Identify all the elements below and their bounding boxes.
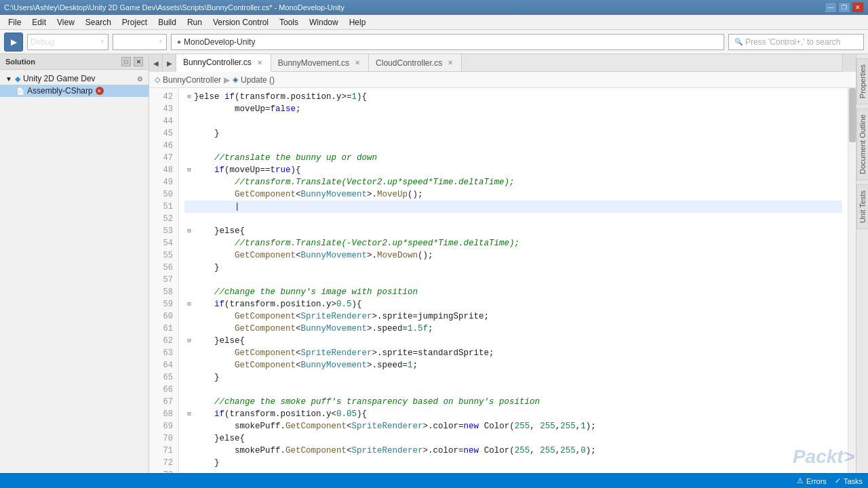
location-text: MonoDevelop-Unity — [184, 37, 255, 47]
table-row: GetComponent<BunnyMovement>.speed=1; — [184, 359, 842, 371]
table-row: moveUp=false; — [184, 103, 842, 115]
table-row: ⊟ if(transform.position.y>0.5){ — [184, 298, 842, 310]
table-row — [184, 384, 842, 396]
status-right: ⚠ Errors ✓ Tasks — [797, 476, 863, 485]
error-badge: ✕ — [96, 87, 104, 95]
tab-close-cloudcontroller[interactable]: ✕ — [446, 59, 454, 67]
assembly-item[interactable]: 📄 Assembly-CSharp ✕ — [0, 85, 149, 97]
debug-dropdown[interactable]: Debug ▼ — [27, 34, 108, 50]
fold-gutter[interactable]: ⊟ — [184, 164, 194, 176]
fold-gutter[interactable]: ⊟ — [184, 298, 194, 310]
status-bar: ⚠ Errors ✓ Tasks — [0, 473, 868, 488]
code-content[interactable]: ⊟}else if(transform.position.y>=1){ move… — [179, 88, 848, 473]
table-row: smokePuff.GetComponent<SpriteRenderer>.c… — [184, 420, 842, 432]
menu-item-run[interactable]: Run — [182, 16, 208, 28]
config-dropdown[interactable]: ▼ — [113, 34, 167, 50]
search-icon: 🔍 — [734, 38, 743, 45]
bc-class[interactable]: ◇ BunnyController — [155, 75, 221, 85]
toolbar-middle: ● MonoDevelop-Unity — [171, 34, 724, 50]
table-row: //change the bunny's image with position — [184, 286, 842, 298]
menu-item-edit[interactable]: Edit — [26, 16, 52, 28]
method-icon: ◈ — [233, 75, 238, 84]
tasks-icon: ✓ — [835, 476, 841, 485]
bc-method-name: Update () — [241, 75, 275, 85]
close-button[interactable]: ✕ — [852, 2, 864, 13]
fold-gutter[interactable]: ⊟ — [184, 225, 194, 237]
table-row: } — [184, 127, 842, 140]
play-button[interactable]: ▶ — [4, 33, 23, 52]
table-row: GetComponent<SpriteRenderer>.sprite=jump… — [184, 310, 842, 323]
dropdown-arrow-icon-2: ▼ — [158, 39, 163, 45]
tab-close-bunnymovement[interactable]: ✕ — [353, 59, 361, 67]
properties-panel-tab[interactable]: Properties — [856, 58, 869, 104]
table-row — [184, 213, 842, 225]
tab-bar: ◀ ▶ BunnyController.cs ✕ BunnyMovement.c… — [149, 54, 856, 72]
location-bar: ● MonoDevelop-Unity — [171, 34, 724, 50]
table-row: }else{ — [184, 432, 842, 445]
sidebar-header: Solution □ ✕ — [0, 54, 149, 70]
solution-item[interactable]: ▼ ◆ Unity 2D Game Dev ⚙ — [0, 73, 149, 85]
sidebar-controls: □ ✕ — [121, 57, 143, 66]
fold-gutter[interactable]: ⊟ — [184, 335, 194, 347]
menu-item-file[interactable]: File — [3, 16, 26, 28]
editor-area: ◀ ▶ BunnyController.cs ✕ BunnyMovement.c… — [149, 54, 856, 473]
solution-settings-icon[interactable]: ⚙ — [137, 75, 143, 83]
bc-separator: ▶ — [224, 75, 230, 85]
menu-bar: FileEditViewSearchProjectBuildRunVersion… — [0, 15, 868, 30]
menu-item-version control[interactable]: Version Control — [208, 16, 274, 28]
table-row: //translate the bunny up or down — [184, 152, 842, 164]
bc-class-name: BunnyController — [163, 75, 221, 85]
tab-dropdown-button[interactable]: ▼ — [842, 54, 856, 72]
debug-label: Debug — [31, 37, 54, 47]
search-box[interactable]: 🔍 Press 'Control+,' to search — [728, 34, 864, 50]
sidebar-close-btn[interactable]: ✕ — [134, 57, 143, 66]
assembly-label: Assembly-CSharp — [27, 86, 93, 96]
unit-tests-panel-tab[interactable]: Unit Tests — [856, 184, 869, 229]
table-row: GetComponent<BunnyMovement>.MoveDown(); — [184, 249, 842, 262]
table-row: ⊟ }else{ — [184, 335, 842, 347]
tasks-label: Tasks — [844, 477, 863, 485]
sidebar-minimize-btn[interactable]: □ — [121, 57, 131, 66]
table-row — [184, 115, 842, 127]
tab-close-bunnycontroller[interactable]: ✕ — [256, 58, 264, 66]
scrollbar-thumb[interactable] — [849, 88, 856, 142]
play-icon: ▶ — [11, 37, 17, 47]
menu-item-window[interactable]: Window — [304, 16, 344, 28]
table-row: smokePuff.GetComponent<SpriteRenderer>.c… — [184, 445, 842, 457]
table-row: //transform.Translate(-Vector2.up*speed*… — [184, 237, 842, 249]
menu-item-project[interactable]: Project — [117, 16, 153, 28]
table-row: } — [184, 371, 842, 384]
dropdown-arrow-icon: ▼ — [100, 39, 105, 45]
bc-method[interactable]: ◈ Update () — [233, 75, 275, 85]
table-row: ⊟ if(moveUp==true){ — [184, 164, 842, 176]
editor-scrollbar[interactable] — [848, 88, 856, 473]
menu-item-view[interactable]: View — [52, 16, 80, 28]
errors-status[interactable]: ⚠ Errors — [797, 476, 827, 485]
table-row: | — [184, 201, 842, 213]
menu-item-build[interactable]: Build — [153, 16, 182, 28]
tab-label-3: CloudController.cs — [376, 58, 442, 68]
table-row: //change the smoke puff's transparency b… — [184, 396, 842, 408]
fold-gutter[interactable]: ⊟ — [184, 408, 194, 420]
table-row: ⊟}else if(transform.position.y>=1){ — [184, 91, 842, 103]
tasks-status[interactable]: ✓ Tasks — [835, 476, 863, 485]
error-icon: ⚠ — [797, 476, 804, 485]
tab-cloudcontroller[interactable]: CloudController.cs ✕ — [369, 54, 462, 71]
tab-bunnycontroller[interactable]: BunnyController.cs ✕ — [176, 54, 271, 72]
tab-prev-button[interactable]: ◀ — [149, 54, 163, 72]
class-icon: ◇ — [155, 75, 160, 84]
maximize-button[interactable]: ❐ — [838, 2, 850, 13]
code-editor[interactable]: 4243444546474849505152535455565758596061… — [149, 88, 848, 473]
solution-expand-icon: ▼ — [5, 75, 12, 83]
menu-item-search[interactable]: Search — [80, 16, 117, 28]
menu-item-help[interactable]: Help — [344, 16, 372, 28]
breadcrumb: ◇ BunnyController ▶ ◈ Update () — [149, 72, 856, 88]
menu-item-tools[interactable]: Tools — [274, 16, 304, 28]
fold-gutter[interactable]: ⊟ — [184, 91, 194, 103]
minimize-button[interactable]: — — [825, 2, 837, 13]
solution-name: Unity 2D Game Dev — [23, 74, 96, 83]
tab-next-button[interactable]: ▶ — [163, 54, 176, 72]
table-row: GetComponent<BunnyMovement>.speed=1.5f; — [184, 323, 842, 335]
tab-bunnymovement[interactable]: BunnyMovement.cs ✕ — [271, 54, 369, 71]
document-outline-panel-tab[interactable]: Document Outline — [856, 108, 869, 180]
